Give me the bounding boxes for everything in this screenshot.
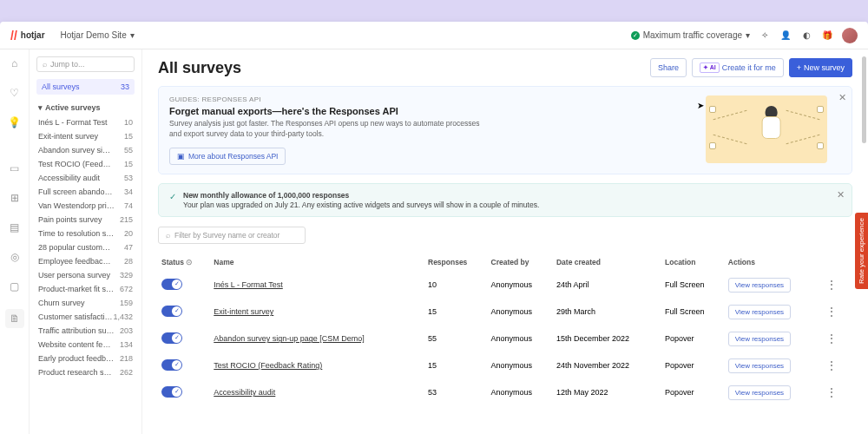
sidebar-item[interactable]: Test ROCIO (Feedback Rati...15 [36,157,135,171]
sidebar-item[interactable]: Accessibility audit53 [36,171,135,185]
sidebar-item[interactable]: Van Westendorp price sen...74 [36,199,135,213]
sidebar-item[interactable]: Product-market fit survey672 [36,282,135,296]
surveys-table: Status ⊙ Name Responses Created by Date … [158,253,852,406]
survey-link[interactable]: Test ROCIO (Feedback Rating) [214,361,322,370]
date-cell: 29th March [553,299,661,326]
survey-link[interactable]: Inés L - Format Test [214,280,283,289]
col-status[interactable]: Status ⊙ [158,253,210,272]
notice-desc: Your plan was upgraded on July 21. Any e… [183,201,539,209]
banner-illustration: ➤ [706,95,827,163]
survey-link[interactable]: Abandon survey sign-up page [CSM Demo] [214,334,365,343]
home-icon[interactable]: ⌂ [8,56,22,70]
kebab-icon[interactable]: ⋮ [823,332,840,345]
doc-icon: ▣ [177,152,185,161]
kebab-icon[interactable]: ⋮ [823,306,840,318]
bulb-icon[interactable]: 💡 [8,115,22,129]
view-responses-button[interactable]: View responses [728,278,791,293]
created-by-cell: Anonymous [488,272,553,299]
hotjar-icon: // [10,29,17,43]
date-cell: 24th April [553,272,661,299]
date-cell: 12th May 2022 [553,379,661,406]
col-name[interactable]: Name [210,253,424,272]
heatmaps-icon[interactable]: ⊞ [8,191,22,205]
sidebar-item[interactable]: Exit-intent survey15 [36,129,135,143]
surveys-icon[interactable]: 🗎 [5,309,24,328]
sidebar-item[interactable]: Product research survey262 [36,365,135,379]
funnels-icon[interactable]: ▤ [8,220,22,234]
col-date[interactable]: Date created [553,253,661,272]
sidebar-item[interactable]: Early product feedback for...218 [36,352,135,365]
page-title: All surveys [158,59,241,77]
check-circle-icon: ✓ [169,192,176,201]
traffic-indicator[interactable]: ✓Maximum traffic coverage▾ [631,30,750,40]
avatar[interactable] [842,28,858,43]
kebab-icon[interactable]: ⋮ [823,359,840,372]
compass-icon[interactable]: ◐ [800,30,812,42]
jump-input[interactable]: ⌕Jump to... [36,56,135,72]
status-toggle[interactable] [161,279,182,290]
active-surveys-header[interactable]: ▾Active surveys [36,100,135,115]
sidebar-item[interactable]: Inés L - Format Test10 [36,115,135,129]
responses-cell: 53 [424,379,488,406]
sidebar-item[interactable]: Churn survey159 [36,296,135,310]
share-button[interactable]: Share [650,58,687,77]
bulb-icon[interactable]: ♡ [8,86,22,100]
sidebar-item[interactable]: User persona survey329 [36,268,135,282]
kebab-icon[interactable]: ⋮ [823,279,840,291]
notice-title: New monthly allowance of 1,000,000 respo… [183,191,539,200]
scrollbar[interactable] [862,56,866,143]
gift-icon[interactable]: 🎁 [821,30,833,42]
status-toggle[interactable] [161,306,182,317]
view-responses-button[interactable]: View responses [728,305,791,319]
feedback-icon[interactable]: ▢ [8,279,22,293]
user-add-icon[interactable]: 👤 [779,30,792,42]
col-actions: Actions [725,253,819,272]
sidebar-item[interactable]: Time to resolution survey (...20 [36,227,135,240]
icon-rail: ⌂ ♡ 💡 ▭ ⊞ ▤ ◎ ▢ 🗎 [0,49,30,434]
puzzle-icon[interactable]: ✧ [759,30,771,42]
sidebar-item[interactable]: Full screen abandon [CSM ...34 [36,185,135,199]
survey-link[interactable]: Accessibility audit [214,388,275,397]
filter-input[interactable]: ⌕Filter by Survey name or creator [158,227,306,244]
site-selector[interactable]: Hotjar Demo Site▾ [61,30,135,40]
close-icon[interactable]: ✕ [837,189,845,201]
sidebar-item[interactable]: Customer satisfaction (...1,432 [36,310,135,324]
search-icon: ⌕ [166,231,170,240]
sidebar-item[interactable]: Abandon survey sign-up p...55 [36,143,135,157]
col-location[interactable]: Location [661,253,725,272]
table-row: Abandon survey sign-up page [CSM Demo]55… [158,326,852,352]
survey-link[interactable]: Exit-intent survey [214,307,273,316]
created-by-cell: Anonymous [488,299,553,326]
chevron-down-icon: ▾ [746,30,750,40]
banner-title: Forget manual exports—here's the Respons… [169,106,706,116]
recordings-icon[interactable]: ▭ [8,161,22,175]
view-responses-button[interactable]: View responses [728,332,791,346]
col-created-by[interactable]: Created by [488,253,553,272]
status-toggle[interactable] [161,359,182,371]
close-icon[interactable]: ✕ [838,92,846,103]
kebab-icon[interactable]: ⋮ [823,386,840,398]
sidebar: ⌕Jump to... All surveys33 ▾Active survey… [30,49,142,434]
view-responses-button[interactable]: View responses [728,358,791,373]
rate-experience-tab[interactable]: Rate your experience [855,213,868,289]
all-surveys-filter[interactable]: All surveys33 [36,79,135,95]
create-ai-button[interactable]: ✦ AICreate it for me [692,58,784,77]
table-row: Exit-intent survey15Anonymous29th MarchF… [158,299,852,326]
created-by-cell: Anonymous [488,326,553,352]
sidebar-item[interactable]: Pain points survey215 [36,213,135,227]
view-responses-button[interactable]: View responses [728,385,791,400]
banner-cta-button[interactable]: ▣More about Responses API [169,148,286,165]
sidebar-item[interactable]: Employee feedback survey28 [36,254,135,268]
date-cell: 24th November 2022 [553,352,661,379]
sidebar-item[interactable]: Website content feedback...134 [36,338,135,352]
engage-icon[interactable]: ◎ [8,250,22,264]
status-toggle[interactable] [161,332,182,344]
banner-desc: Survey analysis just got faster. The Res… [169,119,482,140]
sidebar-item[interactable]: 28 popular customer feed...47 [36,240,135,254]
new-survey-button[interactable]: +New survey [789,58,852,77]
api-banner: GUIDES: RESPONSES API Forget manual expo… [158,86,852,174]
col-responses[interactable]: Responses [424,253,488,272]
status-toggle[interactable] [161,386,182,398]
location-cell: Popover [661,352,725,379]
sidebar-item[interactable]: Traffic attribution survey203 [36,324,135,338]
